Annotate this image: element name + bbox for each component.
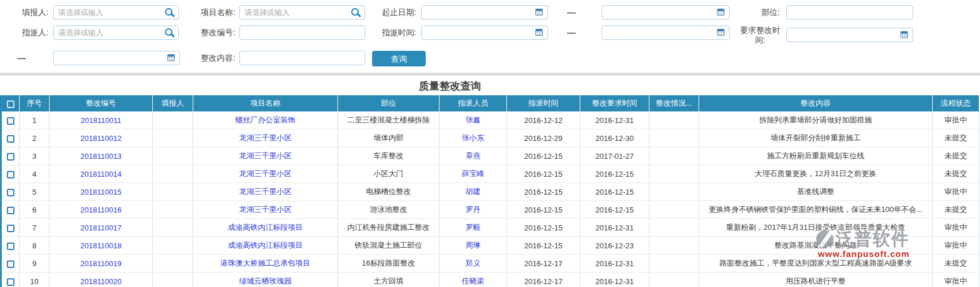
assign-time-end-input[interactable]	[602, 26, 729, 39]
cell-required_time: 2016-12-15	[580, 201, 649, 219]
row-checkbox[interactable]	[7, 278, 14, 286]
link-code[interactable]: 2018110018	[80, 241, 121, 250]
row-checkbox[interactable]	[7, 117, 14, 125]
location-input[interactable]	[787, 6, 913, 19]
date-extra-input[interactable]	[54, 51, 179, 65]
row-checkbox[interactable]	[7, 260, 14, 268]
range-dash: —	[567, 25, 576, 40]
table-row: 32018110013龙湖三千里小区车库整改章燕2016-12-152017-0…	[1, 147, 979, 165]
link-assignee[interactable]: 任晓渠	[462, 277, 485, 285]
date-range-start-input[interactable]	[422, 6, 547, 19]
reporter-input-wrap	[53, 5, 179, 20]
search-icon[interactable]	[165, 28, 172, 36]
link-code[interactable]: 2018110020	[80, 277, 121, 286]
cell-seq: 9	[20, 255, 50, 273]
link-assignee[interactable]: 罗毅	[465, 223, 480, 232]
content-label: 整改内容:	[190, 51, 235, 65]
cell-content: 重新粉刷，2017年1月31日接受铁道部领导质量大检查	[699, 219, 933, 237]
link-code[interactable]: 2018110017	[80, 223, 121, 232]
cell-location: 16标段路面整改	[338, 255, 440, 273]
link-assignee[interactable]: 张小东	[462, 133, 485, 142]
link-project[interactable]: 成渝高铁内江标段项目	[228, 223, 303, 232]
row-checkbox-cell	[1, 183, 20, 201]
cell-location: 电梯槽位整改	[338, 183, 440, 201]
row-checkbox[interactable]	[7, 171, 14, 178]
cell-seq: 7	[20, 219, 50, 237]
table-row: 12018110011螺丝厂办公室装饰二至三楼混凝土楼梯拆除张鑫2016-12-…	[1, 111, 979, 129]
link-project[interactable]: 龙湖三千里小区	[239, 169, 292, 178]
link-assignee[interactable]: 罗丹	[465, 205, 480, 214]
date-range-end-input[interactable]	[602, 6, 729, 19]
col-rect-no: 整改编号	[50, 95, 153, 111]
cell-assign_time: 2016-12-15	[507, 165, 580, 183]
link-code[interactable]: 2018110016	[80, 206, 121, 214]
link-assignee[interactable]: 章燕	[465, 151, 480, 160]
row-checkbox[interactable]	[7, 225, 14, 232]
content-input[interactable]	[240, 51, 365, 65]
assign-time-start-input-wrap	[421, 25, 548, 40]
link-assignee[interactable]: 周琳	[465, 241, 480, 249]
table-row: 22018110012龙湖三千里小区墙体内部张小东2016-12-292016-…	[1, 129, 979, 147]
calendar-icon[interactable]	[717, 29, 724, 36]
select-all-checkbox[interactable]	[7, 100, 14, 108]
assigner-input[interactable]	[54, 26, 178, 39]
cell-situation	[649, 111, 699, 129]
link-project[interactable]: 龙湖三千里小区	[239, 133, 292, 142]
cell-status: 未提交	[933, 147, 979, 165]
link-code[interactable]: 2018110013	[80, 152, 121, 161]
row-checkbox[interactable]	[7, 153, 14, 161]
cell-reporter	[153, 237, 193, 255]
row-checkbox[interactable]	[7, 189, 14, 196]
cell-seq: 6	[20, 201, 50, 219]
calendar-icon[interactable]	[717, 9, 724, 16]
row-checkbox[interactable]	[7, 207, 14, 214]
search-icon[interactable]	[165, 8, 172, 16]
link-assignee[interactable]: 薛宝峰	[462, 169, 485, 178]
link-project[interactable]: 港珠澳大桥施工总承包项目	[220, 259, 310, 267]
date-extra-input-wrap	[53, 51, 180, 65]
link-code[interactable]: 2018110012	[80, 134, 121, 143]
link-code[interactable]: 2018110015	[80, 188, 121, 196]
cell-project: 绿城云栖玫瑰园	[193, 273, 338, 287]
link-assignee[interactable]: 胡建	[465, 187, 480, 196]
link-project[interactable]: 龙湖三千里小区	[239, 187, 292, 196]
link-project[interactable]: 龙湖三千里小区	[239, 151, 292, 160]
cell-situation	[649, 273, 699, 287]
link-project[interactable]: 龙湖三千里小区	[239, 205, 292, 214]
row-checkbox-cell	[1, 111, 20, 129]
link-project[interactable]: 螺丝厂办公室装饰	[235, 115, 295, 124]
calendar-icon[interactable]	[535, 9, 543, 16]
cell-code: 2018110018	[50, 237, 153, 255]
required-time-label: 要求整改时间:	[736, 25, 784, 45]
link-project[interactable]: 成渝高铁内江标段项目	[228, 241, 303, 249]
row-checkbox[interactable]	[7, 243, 14, 250]
cell-reporter	[153, 111, 193, 129]
cell-assignee: 张小东	[440, 129, 507, 147]
row-checkbox[interactable]	[7, 135, 14, 143]
project-name-input[interactable]	[240, 6, 365, 19]
row-checkbox-cell	[1, 237, 20, 255]
calendar-icon[interactable]	[535, 29, 543, 36]
cell-location: 土方回填	[338, 273, 440, 287]
cell-required_time: 2016-12-31	[580, 255, 649, 273]
calendar-icon[interactable]	[900, 31, 908, 38]
link-assignee[interactable]: 郑义	[465, 259, 480, 267]
calendar-icon[interactable]	[167, 54, 175, 61]
link-assignee[interactable]: 张鑫	[465, 115, 480, 124]
link-code[interactable]: 2018110019	[80, 259, 121, 268]
rect-no-input[interactable]	[240, 26, 365, 39]
col-assign-time: 指派时间	[507, 95, 580, 111]
cell-situation	[649, 183, 699, 201]
cell-assignee: 罗丹	[440, 201, 507, 219]
link-code[interactable]: 2018110014	[80, 170, 121, 178]
link-code[interactable]: 2018110011	[81, 116, 121, 125]
reporter-input[interactable]	[54, 6, 178, 19]
required-time-input[interactable]	[787, 28, 913, 42]
cell-reporter	[153, 255, 193, 273]
cell-content: 墙体开裂部分刮掉重新施工	[699, 129, 933, 147]
search-icon[interactable]	[351, 8, 359, 16]
query-button[interactable]: 查询	[372, 51, 426, 66]
cell-location: 墙体内部	[338, 129, 440, 147]
assign-time-start-input[interactable]	[422, 26, 547, 39]
link-project[interactable]: 绿城云栖玫瑰园	[239, 277, 292, 285]
